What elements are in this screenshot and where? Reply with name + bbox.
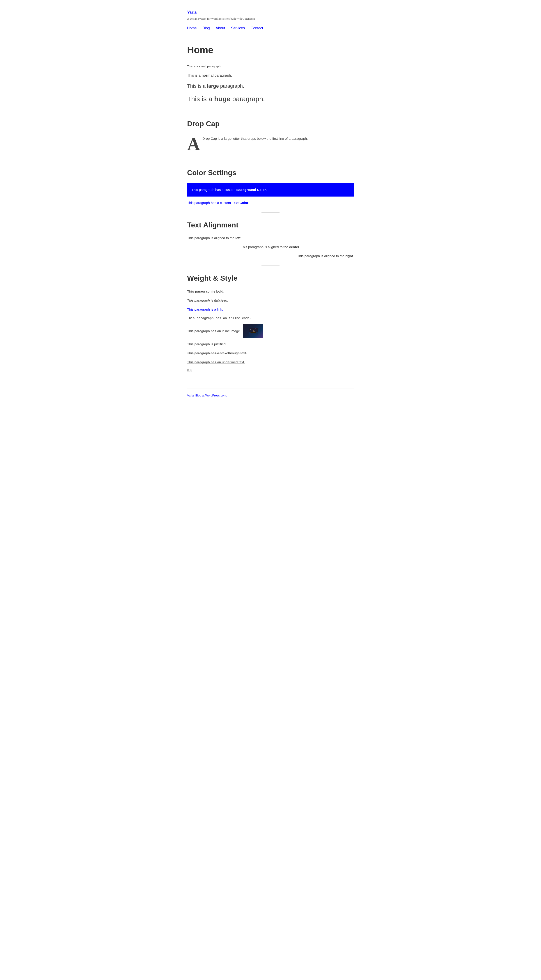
svg-point-1 — [255, 328, 256, 329]
site-description: A design system for WordPress sites buil… — [187, 17, 255, 20]
color-settings-title: Color Settings — [187, 167, 354, 178]
site-title[interactable]: Varia — [187, 9, 354, 16]
nav-about[interactable]: About — [216, 26, 225, 30]
text-alignment-section: Text Alignment This paragraph is aligned… — [187, 219, 354, 259]
paragraph-justified: This paragraph is justified. — [187, 342, 354, 347]
paragraph-align-center: This paragraph is aligned to the center. — [187, 244, 354, 250]
svg-point-2 — [250, 329, 251, 330]
bg-color-paragraph: This paragraph has a custom Background C… — [187, 183, 354, 197]
site-nav: Home Blog About Services Contact — [187, 25, 354, 33]
footer-text: Varia. Blog at WordPress.com. — [187, 393, 354, 398]
nav-blog[interactable]: Blog — [203, 26, 210, 30]
drop-cap-title: Drop Cap — [187, 118, 354, 130]
font-sizes-section: This is a small paragraph. This is a nor… — [187, 64, 354, 104]
paragraph-bold: This paragraph is bold. — [187, 289, 354, 294]
site-footer: Varia. Blog at WordPress.com. — [187, 388, 354, 402]
paragraph-large: This is a large paragraph. — [187, 82, 354, 90]
svg-marker-6 — [250, 332, 256, 333]
divider-1 — [261, 111, 280, 111]
paragraph-code: This paragraph has an inline code. — [187, 316, 354, 321]
site-header: Varia A design system for WordPress site… — [187, 5, 354, 36]
drop-cap-description: Drop Cap is a large letter that drops be… — [202, 134, 308, 141]
nav-services[interactable]: Services — [231, 26, 245, 30]
text-alignment-title: Text Alignment — [187, 219, 354, 231]
paragraph-underline: This paragraph has an underlined text. — [187, 360, 354, 365]
footer-separator: . — [194, 394, 194, 397]
paragraph-small: This is a small paragraph. — [187, 64, 354, 69]
boat-svg — [249, 328, 258, 334]
site-main: Home This is a small paragraph. This is … — [187, 36, 354, 384]
paragraph-strikethrough: This paragraph has a strikethrough text. — [187, 350, 354, 356]
paragraph-align-right: This paragraph is aligned to the right. — [187, 253, 354, 259]
paragraph-huge: This is a huge paragraph. — [187, 94, 354, 104]
svg-point-3 — [252, 328, 252, 329]
footer-site-link[interactable]: Varia — [187, 394, 194, 397]
paragraph-link: This paragraph is a link. — [187, 307, 354, 312]
drop-cap-section: Drop Cap A Drop Cap is a large letter th… — [187, 118, 354, 153]
link-text[interactable]: This paragraph is a link. — [187, 307, 223, 311]
text-color-paragraph: This paragraph has a custom Text Color. — [187, 200, 354, 205]
footer-blog-link[interactable]: Blog at WordPress.com. — [196, 394, 227, 397]
inline-image-text: This paragraph has an inline image. — [187, 328, 241, 334]
divider-3 — [261, 212, 280, 213]
weight-style-title: Weight & Style — [187, 272, 354, 284]
edit-link: Edit — [187, 369, 354, 373]
drop-cap-container: A Drop Cap is a large letter that drops … — [187, 134, 354, 153]
paragraph-normal: This is a normal paragraph. — [187, 73, 354, 78]
nav-home[interactable]: Home — [187, 26, 197, 30]
nav-contact[interactable]: Contact — [251, 26, 263, 30]
page-title: Home — [187, 42, 354, 57]
paragraph-inline-image: This paragraph has an inline image. — [187, 325, 354, 338]
divider-4 — [261, 266, 280, 266]
paragraph-align-left: This paragraph is aligned to the left. — [187, 235, 354, 241]
color-settings-section: Color Settings This paragraph has a cust… — [187, 167, 354, 205]
edit-anchor[interactable]: Edit — [187, 369, 192, 372]
svg-point-4 — [254, 329, 255, 329]
paragraph-italic: This paragraph is italicized. — [187, 298, 354, 303]
drop-cap-letter: A — [187, 135, 200, 153]
weight-style-section: Weight & Style This paragraph is bold. T… — [187, 272, 354, 373]
inline-image — [243, 325, 263, 338]
